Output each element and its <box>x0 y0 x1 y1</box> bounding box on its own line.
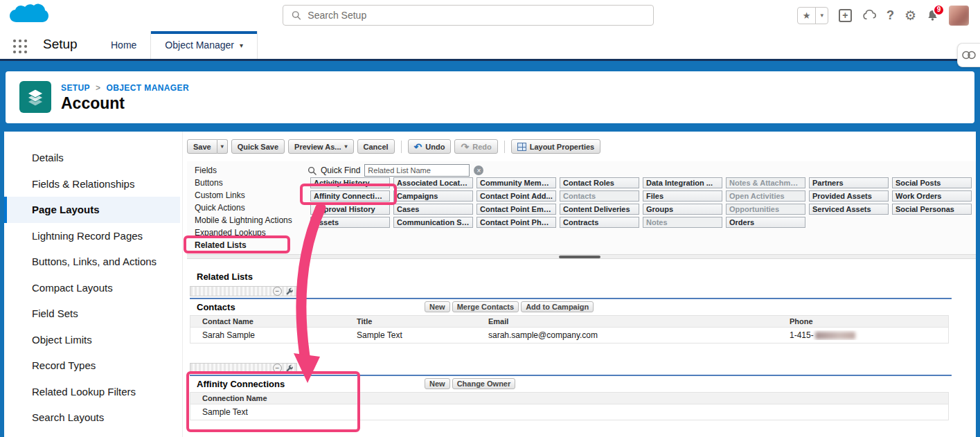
toolbar-separator <box>401 141 402 153</box>
palette-item[interactable]: Contact Roles <box>560 177 639 188</box>
quick-create-icon[interactable]: + <box>839 9 852 22</box>
setup-gear-icon[interactable]: ⚙ <box>905 9 916 22</box>
palette-item[interactable]: Partners <box>809 177 889 188</box>
sidebar-item-record-types[interactable]: Record Types <box>4 353 180 379</box>
sidebar-item-details[interactable]: Details <box>4 145 180 171</box>
sidebar-item-fields-relationships[interactable]: Fields & Relationships <box>4 171 180 197</box>
clear-icon[interactable]: × <box>474 166 483 175</box>
palette-item[interactable]: Orders <box>726 217 805 228</box>
salesforce-logo <box>8 2 48 31</box>
breadcrumb-setup-link[interactable]: SETUP <box>61 83 90 93</box>
palette-item[interactable]: Data Integration ... <box>643 177 722 188</box>
search-setup-input[interactable] <box>308 10 645 21</box>
palette-item[interactable]: Notes <box>643 217 722 228</box>
scrollbar-thumb[interactable] <box>559 256 600 258</box>
quick-find-input[interactable] <box>364 164 470 177</box>
sidebar-item-compact-layouts[interactable]: Compact Layouts <box>4 275 180 301</box>
palette-item[interactable]: Communication Sub... <box>393 217 473 228</box>
change-owner-button[interactable]: Change Owner <box>452 378 516 389</box>
app-launcher-icon[interactable] <box>12 38 28 57</box>
palette-item[interactable]: Contact Point Emails <box>476 204 556 215</box>
breadcrumb-object-manager-link[interactable]: OBJECT MANAGER <box>106 83 189 93</box>
palette-item[interactable]: Contact Point Add... <box>476 190 556 202</box>
palette-item[interactable]: Social Personas <box>892 204 972 215</box>
sidebar-item-field-sets[interactable]: Field Sets <box>4 301 180 327</box>
palette-item[interactable]: Contracts <box>560 217 639 228</box>
cancel-button[interactable]: Cancel <box>357 139 395 154</box>
palette-item[interactable]: Campaigns <box>393 190 473 202</box>
new-button[interactable]: New <box>425 378 450 389</box>
related-list-title: Contacts <box>197 302 235 312</box>
wrench-icon[interactable] <box>285 364 294 373</box>
palette-item[interactable]: Notes & Attachments <box>726 177 805 188</box>
palette-item[interactable]: Open Activities <box>726 190 805 202</box>
palette-item[interactable]: Associated Locations <box>393 177 473 188</box>
layout-properties-button[interactable]: Layout Properties <box>511 139 601 154</box>
palette-item[interactable]: Assets <box>310 217 390 228</box>
cloud-icon[interactable] <box>862 10 876 21</box>
palette-category-related-lists[interactable]: Related Lists <box>195 239 292 251</box>
palette-category-fields[interactable]: Fields <box>195 164 292 177</box>
palette-category-custom-links[interactable]: Custom Links <box>195 189 292 202</box>
palette-category-quick-actions[interactable]: Quick Actions <box>195 202 292 214</box>
favorites-caret-icon[interactable]: ▾ <box>816 12 828 19</box>
remove-icon[interactable]: − <box>273 287 282 296</box>
guidance-panel-button[interactable] <box>957 43 980 67</box>
quick-find: Quick Find × <box>308 164 483 177</box>
sidebar-item-label: Fields & Relationships <box>32 178 134 190</box>
column-header: Contact Name <box>190 317 345 325</box>
sidebar-item-lightning-record-pages[interactable]: Lightning Record Pages <box>4 223 180 249</box>
save-button[interactable]: Save <box>187 139 217 154</box>
favorites-button[interactable]: ★ ▾ <box>797 7 828 24</box>
star-icon[interactable]: ★ <box>798 10 816 21</box>
global-search[interactable] <box>283 5 654 26</box>
palette-item[interactable]: Community Members <box>476 177 556 188</box>
palette-item[interactable]: Groups <box>643 204 722 215</box>
editor-toolbar: Save ▾ Quick Save Preview As... ▾ Cancel… <box>187 139 600 154</box>
sidebar-item-object-limits[interactable]: Object Limits <box>4 327 180 353</box>
tab-home[interactable]: Home <box>97 31 150 59</box>
save-dropdown-button[interactable]: ▾ <box>217 139 228 154</box>
remove-icon[interactable]: − <box>273 364 282 373</box>
palette-category-expanded-lookups[interactable]: Expanded Lookups <box>195 226 292 239</box>
notifications-bell[interactable]: 9 <box>927 10 938 21</box>
palette-item[interactable]: Contacts <box>560 190 639 202</box>
palette-item[interactable]: Work Orders <box>892 190 972 202</box>
palette-item[interactable]: Files <box>643 190 722 202</box>
sidebar-item-related-lookup-filters[interactable]: Related Lookup Filters <box>4 379 180 405</box>
palette-item[interactable]: Content Deliveries <box>560 204 639 215</box>
palette-item[interactable]: Cases <box>393 204 473 215</box>
palette-category-mobile-lightning-actions[interactable]: Mobile & Lightning Actions <box>195 214 292 226</box>
quick-save-button[interactable]: Quick Save <box>231 139 285 154</box>
palette-item[interactable]: Opportunities <box>726 204 805 215</box>
sidebar-item-search-layouts[interactable]: Search Layouts <box>4 404 180 431</box>
palette-item[interactable]: Approval History <box>310 204 390 215</box>
sidebar-item-page-layouts[interactable]: Page Layouts <box>4 197 180 223</box>
related-list-title: Affinity Connections <box>197 379 285 389</box>
related-list-drag-handle[interactable]: − <box>190 363 297 373</box>
user-avatar[interactable] <box>949 6 969 26</box>
preview-as-button[interactable]: Preview As... ▾ <box>288 139 353 154</box>
avatar-image-redacted <box>949 6 969 26</box>
related-list-buttons: New Change Owner <box>425 378 515 389</box>
palette-item[interactable]: Social Posts <box>892 177 972 188</box>
palette-item[interactable]: Serviced Assets <box>809 204 889 215</box>
related-list-drag-handle[interactable]: − <box>190 286 297 296</box>
palette-horizontal-scrollbar[interactable] <box>187 254 976 259</box>
palette-item[interactable]: Activity History <box>310 177 390 188</box>
palette-item[interactable]: Contact Point Phones <box>476 217 556 228</box>
wrench-icon[interactable] <box>285 287 294 296</box>
redo-button[interactable]: ↷ Redo <box>454 139 497 154</box>
palette-item-affinity-connections[interactable]: Affinity Connections <box>310 190 390 202</box>
tab-object-manager[interactable]: Object Manager ▾ <box>150 31 258 59</box>
palette-item[interactable]: Provided Assets <box>809 190 889 202</box>
help-icon[interactable]: ? <box>887 9 894 21</box>
table-header-row: Connection Name <box>190 393 948 404</box>
undo-button[interactable]: ↶ Undo <box>408 139 452 154</box>
new-button[interactable]: New <box>425 301 450 312</box>
sidebar-item-label: Related Lookup Filters <box>32 386 136 398</box>
palette-category-buttons[interactable]: Buttons <box>195 177 292 189</box>
merge-contacts-button[interactable]: Merge Contacts <box>452 301 519 312</box>
add-to-campaign-button[interactable]: Add to Campaign <box>521 301 594 312</box>
sidebar-item-buttons-links-actions[interactable]: Buttons, Links, and Actions <box>4 249 180 275</box>
